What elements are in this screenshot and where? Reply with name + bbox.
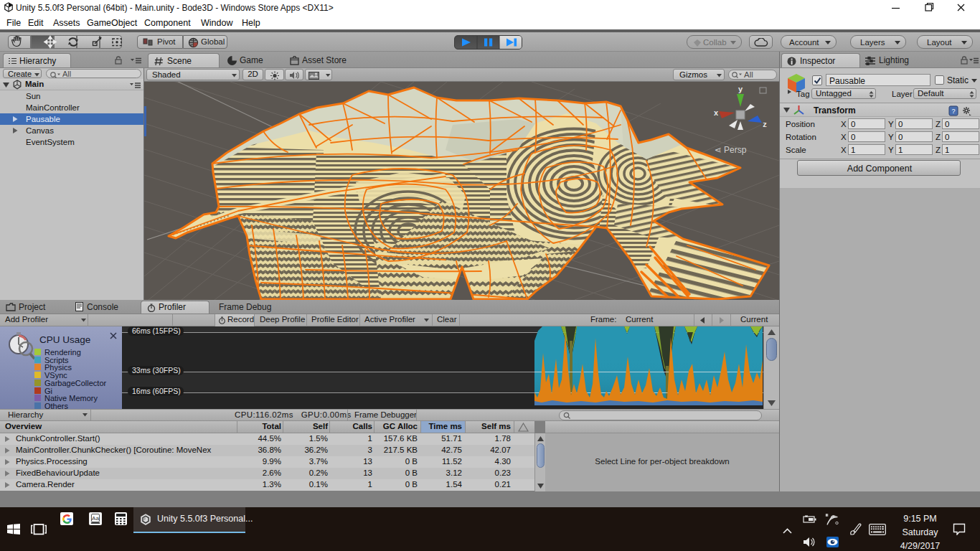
svg-text:66ms (15FPS): 66ms (15FPS): [132, 326, 181, 335]
svg-text:?: ?: [951, 108, 955, 115]
svg-text:z: z: [763, 120, 767, 128]
svg-text:⋖ Persp: ⋖ Persp: [715, 145, 747, 155]
svg-text:x: x: [714, 108, 719, 117]
svg-text:33ms (30FPS): 33ms (30FPS): [132, 366, 181, 375]
svg-text:16ms (60FPS): 16ms (60FPS): [132, 387, 181, 395]
svg-text:y: y: [738, 85, 743, 93]
